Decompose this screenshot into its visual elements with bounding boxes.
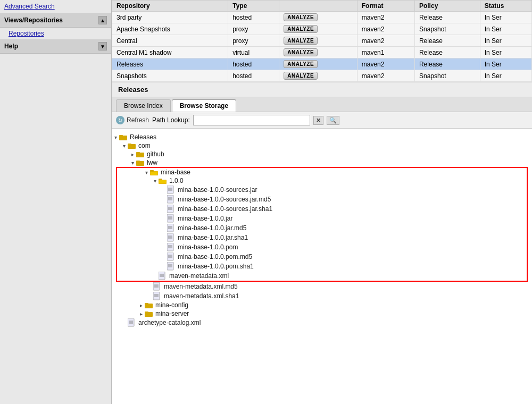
refresh-label: Refresh bbox=[127, 116, 149, 124]
col-format: Format bbox=[357, 1, 414, 12]
table-row[interactable]: 3rd party hosted ANALYZE maven2 Release … bbox=[112, 12, 532, 23]
cell-repo-name: 3rd party bbox=[112, 12, 228, 23]
file-icon bbox=[167, 186, 177, 194]
path-lookup-input[interactable] bbox=[193, 115, 310, 125]
path-lookup-label: Path Lookup: bbox=[152, 116, 190, 124]
browse-title: Releases bbox=[112, 82, 532, 97]
cell-policy: Snapshot bbox=[414, 70, 480, 82]
toolbar-bar: ↻ Refresh Path Lookup: ✕ 🔍 bbox=[112, 112, 532, 129]
tabs-bar: Browse Index Browse Storage bbox=[112, 97, 532, 112]
tree-node[interactable]: ▸mina-config bbox=[112, 301, 532, 309]
views-repos-toggle[interactable]: ▲ bbox=[98, 16, 107, 24]
table-row[interactable]: Central M1 shadow virtual ANALYZE maven1… bbox=[112, 47, 532, 58]
analyze-button[interactable]: ANALYZE bbox=[284, 37, 318, 45]
cell-status: In Ser bbox=[480, 12, 531, 23]
analyze-button[interactable]: ANALYZE bbox=[284, 48, 318, 56]
tree-node[interactable]: mina-base-1.0.0-sources.jar.md5 bbox=[117, 195, 527, 204]
tree-node[interactable]: mina-base-1.0.0.pom bbox=[117, 242, 527, 252]
expand-icon[interactable]: ▸ bbox=[137, 302, 145, 308]
cell-type: proxy bbox=[228, 35, 279, 47]
help-toggle[interactable]: ▼ bbox=[98, 42, 107, 50]
file-icon bbox=[167, 252, 177, 261]
tree-node[interactable]: maven-metadata.xml.sha1 bbox=[112, 291, 532, 301]
cell-status: In Ser bbox=[480, 35, 531, 47]
svg-rect-63 bbox=[145, 303, 148, 305]
analyze-button[interactable]: ANALYZE bbox=[284, 13, 318, 21]
tree-node-label: Releases bbox=[130, 133, 156, 141]
table-row[interactable]: Central proxy ANALYZE maven2 Release In … bbox=[112, 35, 532, 47]
cell-analyze[interactable]: ANALYZE bbox=[279, 12, 357, 23]
folder-closed-icon bbox=[128, 142, 137, 149]
tree-node[interactable]: mina-base-1.0.0.pom.sha1 bbox=[117, 262, 527, 271]
tree-node-label: mina-base-1.0.0.pom bbox=[178, 243, 238, 251]
file-icon bbox=[153, 292, 163, 300]
tree-node-label: com bbox=[138, 142, 151, 149]
cell-analyze[interactable]: ANALYZE bbox=[279, 47, 357, 58]
cell-analyze[interactable]: ANALYZE bbox=[279, 70, 357, 82]
svg-rect-10 bbox=[151, 172, 157, 175]
tree-node-label: maven-metadata.xml bbox=[169, 272, 229, 280]
file-icon bbox=[167, 214, 177, 223]
tree-node[interactable]: ▾1.0.0 bbox=[117, 176, 527, 185]
tree-node-label: maven-metadata.xml.sha1 bbox=[164, 292, 239, 300]
col-policy: Policy bbox=[414, 1, 480, 12]
advanced-search-item[interactable]: Advanced Search bbox=[0, 0, 111, 13]
tree-node[interactable]: ▾com bbox=[112, 141, 532, 150]
views-repos-header[interactable]: Views/Repositories ▲ bbox=[0, 13, 111, 28]
cell-analyze[interactable]: ANALYZE bbox=[279, 23, 357, 35]
tree-node[interactable]: mina-base-1.0.0.jar.md5 bbox=[117, 223, 527, 233]
sidebar-item-repositories[interactable]: Repositories bbox=[0, 28, 111, 39]
table-row[interactable]: Apache Snapshots proxy ANALYZE maven2 Sn… bbox=[112, 23, 532, 35]
expand-icon[interactable]: ▾ bbox=[151, 178, 159, 184]
expand-icon[interactable]: ▾ bbox=[112, 134, 119, 140]
tree-node[interactable]: ▸mina-server bbox=[112, 309, 532, 318]
refresh-button[interactable]: ↻ Refresh bbox=[116, 116, 149, 124]
tree-node[interactable]: mina-base-1.0.0.pom.md5 bbox=[117, 252, 527, 262]
expand-icon[interactable]: ▸ bbox=[129, 152, 136, 157]
tree-node[interactable]: ▾mina-base bbox=[117, 168, 527, 176]
tree-node[interactable]: mina-base-1.0.0-sources.jar.sha1 bbox=[117, 204, 527, 214]
cell-type: hosted bbox=[228, 12, 279, 23]
svg-rect-65 bbox=[145, 312, 148, 313]
expand-icon[interactable]: ▾ bbox=[120, 143, 128, 149]
cell-repo-name: Snapshots bbox=[112, 70, 228, 82]
tree-node[interactable]: mina-base-1.0.0.jar bbox=[117, 214, 527, 223]
folder-closed-icon bbox=[145, 302, 154, 309]
tree-node-label: mina-server bbox=[155, 310, 189, 317]
tree-node[interactable]: mina-base-1.0.0.jar.sha1 bbox=[117, 233, 527, 242]
tree-node-label: archetype-catalog.xml bbox=[138, 319, 201, 326]
help-header[interactable]: Help ▼ bbox=[0, 39, 111, 54]
tree-node-label: mina-base-1.0.0-sources.jar.md5 bbox=[178, 196, 271, 203]
analyze-button[interactable]: ANALYZE bbox=[284, 60, 318, 68]
svg-rect-7 bbox=[136, 161, 140, 162]
tree-node[interactable]: mina-base-1.0.0-sources.jar bbox=[117, 185, 527, 195]
file-icon bbox=[167, 243, 177, 251]
cell-repo-name: Central bbox=[112, 35, 228, 47]
expand-icon[interactable]: ▾ bbox=[129, 160, 136, 166]
tab-browse-index[interactable]: Browse Index bbox=[116, 99, 171, 112]
table-row[interactable]: Releases hosted ANALYZE maven2 Release I… bbox=[112, 58, 532, 70]
tree-node[interactable]: ▾lww bbox=[112, 158, 532, 167]
tree-node-label: 1.0.0 bbox=[169, 177, 184, 184]
tree-node[interactable]: maven-metadata.xml bbox=[117, 271, 527, 281]
search-path-button[interactable]: 🔍 bbox=[327, 116, 339, 125]
tab-browse-storage[interactable]: Browse Storage bbox=[172, 99, 236, 112]
clear-path-button[interactable]: ✕ bbox=[313, 116, 323, 125]
cell-analyze[interactable]: ANALYZE bbox=[279, 35, 357, 47]
tree-node[interactable]: ▸github bbox=[112, 150, 532, 158]
table-row[interactable]: Snapshots hosted ANALYZE maven2 Snapshot… bbox=[112, 70, 532, 82]
analyze-button[interactable]: ANALYZE bbox=[284, 72, 318, 80]
cell-analyze[interactable]: ANALYZE bbox=[279, 58, 357, 70]
cell-policy: Release bbox=[414, 47, 480, 58]
cell-type: virtual bbox=[228, 47, 279, 58]
expand-icon[interactable]: ▾ bbox=[143, 170, 150, 175]
tree-node[interactable]: archetype-catalog.xml bbox=[112, 318, 532, 327]
tree-node[interactable]: ▾Releases bbox=[112, 133, 532, 141]
tree-node[interactable]: maven-metadata.xml.md5 bbox=[112, 282, 532, 291]
svg-rect-9 bbox=[150, 170, 154, 172]
analyze-button[interactable]: ANALYZE bbox=[284, 25, 318, 33]
col-repository: Repository bbox=[112, 1, 228, 12]
folder-closed-icon bbox=[119, 134, 129, 141]
expand-icon[interactable]: ▸ bbox=[137, 311, 145, 317]
cell-format: maven2 bbox=[357, 12, 414, 23]
